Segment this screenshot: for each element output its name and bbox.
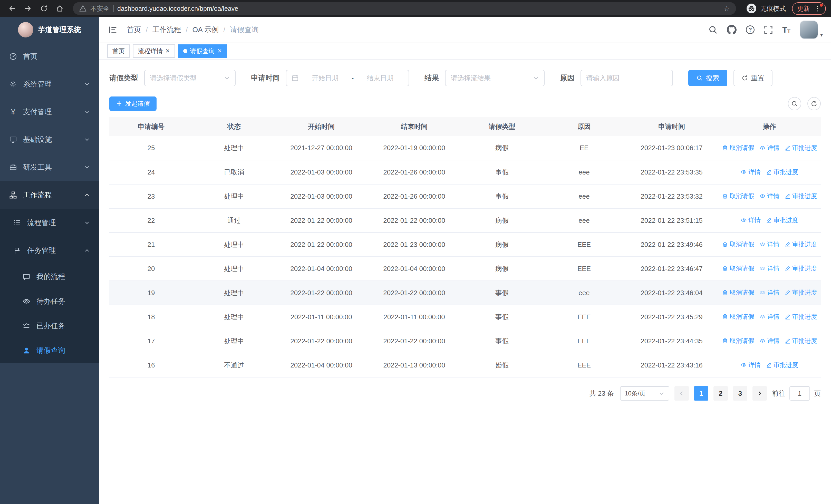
approval-progress-link[interactable]: 审批进度 (766, 168, 798, 176)
search-icon[interactable] (708, 25, 718, 34)
tags-view: 首页 流程详情 ✕ 请假查询 ✕ (99, 42, 831, 60)
start-date-placeholder[interactable]: 开始日期 (302, 73, 348, 83)
sidebar-item-leave-query[interactable]: 请假查询 (0, 338, 99, 363)
url-text[interactable]: dashboard.yudao.iocoder.cn/bpm/oa/leave (117, 5, 720, 12)
browser-update-pill[interactable]: 更新 ⋮ (792, 2, 826, 15)
leave-query-page: 请假类型 请选择请假类型 申请时间 开始日期 - 结束日期 (99, 60, 831, 504)
security-warning-label[interactable]: 不安全 (90, 4, 110, 13)
detail-link[interactable]: 详情 (741, 361, 761, 369)
page-button-2[interactable]: 2 (713, 386, 728, 401)
breadcrumb-oa-example[interactable]: OA 示例 (193, 25, 219, 35)
sidebar-item-todo-task[interactable]: 待办任务 (0, 289, 99, 314)
close-icon[interactable]: ✕ (217, 48, 222, 54)
tab-leave-query[interactable]: 请假查询 ✕ (178, 45, 227, 58)
table-cell: 2022-01-22 00:00:00 (368, 281, 461, 305)
detail-link[interactable]: 详情 (760, 192, 779, 200)
browser-home-icon[interactable] (53, 2, 67, 16)
approval-progress-link[interactable]: 审批进度 (766, 361, 798, 369)
user-menu[interactable]: ▾ (800, 21, 823, 39)
breadcrumb-home[interactable]: 首页 (127, 25, 141, 35)
sidebar-item-workflow[interactable]: 工作流程 (0, 181, 99, 209)
browser-menu-icon[interactable]: ⋮ (814, 5, 821, 12)
refresh-icon[interactable] (807, 97, 821, 110)
page-size-select[interactable]: 10条/页 (620, 386, 669, 401)
tab-home[interactable]: 首页 (107, 45, 130, 58)
toggle-search-icon[interactable] (788, 97, 801, 110)
page-button-3[interactable]: 3 (733, 386, 747, 401)
sidebar-item-process-mgmt[interactable]: 流程管理 (0, 209, 99, 237)
tab-process-detail[interactable]: 流程详情 ✕ (133, 45, 175, 58)
sidebar-item-done-task[interactable]: 已办任务 (0, 314, 99, 338)
approval-progress-link[interactable]: 审批进度 (784, 313, 817, 321)
close-icon[interactable]: ✕ (165, 48, 170, 54)
detail-link[interactable]: 详情 (760, 144, 779, 152)
page-button-1[interactable]: 1 (694, 386, 708, 401)
detail-link[interactable]: 详情 (741, 216, 761, 224)
cancel-leave-link[interactable]: 取消请假 (722, 192, 754, 200)
goto-page-input[interactable] (790, 386, 810, 401)
update-label[interactable]: 更新 (797, 4, 810, 13)
table-cell: 不通过 (193, 353, 275, 377)
reason-label: 原因 (560, 73, 574, 83)
avatar[interactable] (800, 21, 818, 39)
address-bar[interactable]: 不安全 dashboard.yudao.iocoder.cn/bpm/oa/le… (73, 2, 736, 15)
detail-link[interactable]: 详情 (760, 289, 779, 297)
search-button[interactable]: 搜索 (688, 70, 727, 86)
approval-progress-link[interactable]: 审批进度 (784, 144, 817, 152)
create-leave-button[interactable]: 发起请假 (109, 96, 156, 111)
cancel-leave-link[interactable]: 取消请假 (722, 240, 754, 248)
sidebar-item-infra[interactable]: 基础设施 (0, 126, 99, 153)
detail-link[interactable]: 详情 (760, 313, 779, 321)
end-date-placeholder[interactable]: 结束日期 (357, 73, 403, 83)
table-row: 18处理中2022-01-11 00:00:002022-01-11 00:00… (109, 305, 821, 329)
approval-progress-link[interactable]: 审批进度 (784, 264, 817, 272)
sidebar-item-system[interactable]: 系统管理 (0, 70, 99, 98)
security-warning-icon[interactable] (79, 5, 87, 12)
detail-link[interactable]: 详情 (741, 168, 761, 176)
table-row: 16不通过2022-01-04 00:00:002022-01-13 00:00… (109, 353, 821, 377)
cancel-leave-link[interactable]: 取消请假 (722, 337, 754, 345)
browser-back-icon[interactable] (5, 2, 19, 16)
table-cell: 处理中 (193, 184, 275, 208)
cancel-leave-link[interactable]: 取消请假 (722, 289, 754, 297)
sidebar-collapse-icon[interactable] (107, 24, 119, 35)
cancel-leave-link[interactable]: 取消请假 (722, 144, 754, 152)
approval-progress-link[interactable]: 审批进度 (784, 337, 817, 345)
detail-link[interactable]: 详情 (760, 264, 779, 272)
col-apply-id: 申请编号 (109, 117, 193, 136)
sidebar-item-devtools[interactable]: 研发工具 (0, 153, 99, 181)
cancel-leave-link[interactable]: 取消请假 (722, 264, 754, 272)
breadcrumb-workflow[interactable]: 工作流程 (152, 25, 181, 35)
incognito-label: 无痕模式 (760, 4, 786, 13)
detail-link[interactable]: 详情 (760, 240, 779, 248)
app-logo[interactable]: 芋道管理系统 (0, 17, 99, 42)
detail-link[interactable]: 详情 (760, 337, 779, 345)
sidebar-item-task-mgmt[interactable]: 任务管理 (0, 237, 99, 264)
result-select[interactable]: 请选择流结果 (445, 70, 545, 86)
reset-button[interactable]: 重置 (734, 70, 773, 86)
cancel-leave-link[interactable]: 取消请假 (722, 313, 754, 321)
sidebar-item-my-process[interactable]: 我的流程 (0, 264, 99, 289)
table-toolbar: 发起请假 (109, 96, 821, 111)
table-cell: 18 (109, 305, 193, 329)
github-icon[interactable] (727, 25, 737, 35)
fullscreen-icon[interactable] (764, 25, 773, 34)
bookmark-star-icon[interactable]: ☆ (723, 4, 730, 13)
filter-form: 请假类型 请选择请假类型 申请时间 开始日期 - 结束日期 (109, 70, 821, 86)
browser-reload-icon[interactable] (37, 2, 51, 16)
browser-forward-icon[interactable] (21, 2, 35, 16)
reason-input[interactable] (581, 70, 672, 86)
help-icon[interactable]: ? (746, 25, 754, 34)
sidebar-item-payment[interactable]: ¥ 支付管理 (0, 98, 99, 126)
approval-progress-link[interactable]: 审批进度 (766, 216, 798, 224)
font-size-icon[interactable]: TT (782, 26, 791, 34)
prev-page-button[interactable] (675, 386, 689, 401)
leave-type-select[interactable]: 请选择请假类型 (144, 70, 236, 86)
sidebar-item-home[interactable]: 首页 (0, 42, 99, 70)
approval-progress-link[interactable]: 审批进度 (784, 240, 817, 248)
approval-progress-link[interactable]: 审批进度 (784, 289, 817, 297)
apply-time-range-picker[interactable]: 开始日期 - 结束日期 (286, 70, 409, 86)
next-page-button[interactable] (752, 386, 767, 401)
approval-progress-link[interactable]: 审批进度 (784, 192, 817, 200)
table-cell: 2022-01-22 00:00:00 (275, 233, 368, 257)
